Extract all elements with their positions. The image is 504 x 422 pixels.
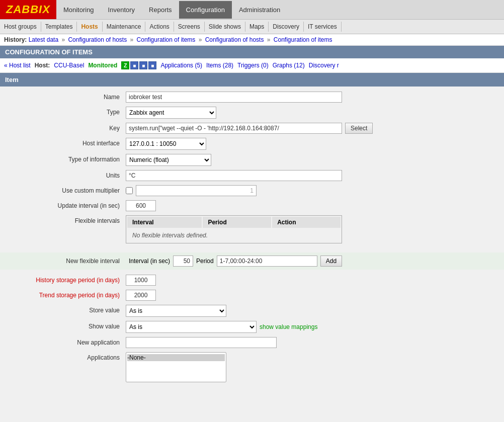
grid3-icon[interactable]: ■ [148,61,156,69]
key-label: Key [10,123,126,132]
subnav-screens[interactable]: Screens [174,22,205,32]
page-title: CONFIGURATION OF ITEMS [0,46,504,58]
monitored-status: Monitored [88,62,117,69]
trend-input[interactable] [126,290,156,301]
nav-inventory[interactable]: Inventory [101,1,142,19]
subnav-it-services[interactable]: IT services [304,22,342,32]
applications-control: -None- [126,352,494,382]
history-input[interactable] [126,275,156,286]
key-input[interactable] [126,123,342,134]
breadcrumb-label: History: [4,36,27,43]
subnav-slideshows[interactable]: Slide shows [205,22,245,32]
flexible-intervals-control: Interval Period Action No flexible inter… [126,215,494,243]
host-icons: Z ■ ■ ■ [121,61,156,69]
store-value-row: Store value As is Delta (speed per secon… [10,305,494,317]
key-row: Key Select [10,123,494,134]
sub-nav: Host groups Templates Hosts Maintenance … [0,20,504,34]
update-interval-control [126,200,494,211]
breadcrumb-sep2: » [130,36,134,43]
flex-no-data: No flexible intervals defined. [127,229,341,242]
custom-multiplier-checkbox[interactable] [126,187,133,194]
host-list-link[interactable]: « Host list [4,62,31,69]
update-interval-input[interactable] [126,200,156,211]
new-flex-interval-label: New flexible interval [10,258,126,265]
host-interface-control: 127.0.0.1 : 10050 [126,138,494,150]
new-application-label: New application [10,337,126,346]
units-label: Units [10,170,126,179]
trend-row: Trend storage period (in days) [10,290,494,301]
subnav-templates[interactable]: Templates [41,22,77,32]
name-row: Name [10,92,494,103]
store-value-label: Store value [10,305,126,314]
subnav-host-groups[interactable]: Host groups [4,22,41,32]
form-area: Name Type Zabbix agent Zabbix agent (act… [0,87,504,252]
show-value-select[interactable]: As is [126,321,257,333]
tab-graphs[interactable]: Graphs (12) [273,62,305,69]
nav-administration[interactable]: Administration [232,1,287,19]
subnav-maintenance[interactable]: Maintenance [103,22,146,32]
grid2-icon[interactable]: ■ [139,61,147,69]
host-name-link[interactable]: CCU-Basel [54,62,84,69]
name-input[interactable] [126,92,342,103]
breadcrumb-config-items-1[interactable]: Configuration of items [137,36,196,43]
period-label: Period [196,258,214,265]
logo: ZABBIX [0,0,56,19]
units-control [126,170,494,181]
update-interval-row: Update interval (in sec) [10,200,494,211]
main-nav: Monitoring Inventory Reports Configurati… [56,1,287,19]
tab-discovery[interactable]: Discovery r [309,62,339,69]
subnav-hosts[interactable]: Hosts [77,22,102,32]
type-row: Type Zabbix agent Zabbix agent (active) … [10,107,494,119]
breadcrumb-latest-data[interactable]: Latest data [29,36,58,43]
grid1-icon[interactable]: ■ [130,61,138,69]
host-bar: « Host list Host: CCU-Basel Monitored Z … [0,58,504,73]
host-interface-label: Host interface [10,138,126,147]
history-control [126,275,494,286]
nav-reports[interactable]: Reports [142,1,179,19]
flex-col-period: Period [203,217,271,228]
type-control: Zabbix agent Zabbix agent (active) Simpl… [126,107,494,119]
key-select-button[interactable]: Select [345,123,373,134]
breadcrumb-config-items-2[interactable]: Configuration of items [274,36,332,43]
type-label: Type [10,107,126,116]
host-interface-select[interactable]: 127.0.0.1 : 10050 [126,138,206,150]
tab-triggers[interactable]: Triggers (0) [237,62,269,69]
add-button[interactable]: Add [320,256,342,267]
key-control: Select [126,123,494,134]
subnav-maps[interactable]: Maps [245,22,269,32]
breadcrumb: History: Latest data » Configuration of … [0,34,504,46]
trend-label: Trend storage period (in days) [10,290,126,299]
applications-label: Applications [10,352,126,361]
nav-monitoring[interactable]: Monitoring [56,1,101,19]
interval-in-sec-input[interactable] [173,256,193,267]
units-input[interactable] [126,170,342,181]
store-value-select[interactable]: As is Delta (speed per second) Delta (si… [126,305,226,317]
breadcrumb-config-hosts-1[interactable]: Configuration of hosts [68,36,127,43]
new-application-input[interactable] [126,337,277,348]
flexible-intervals-row: Flexible intervals Interval Period Actio… [10,215,494,243]
custom-multiplier-control [126,185,494,196]
show-value-label: Show value [10,321,126,330]
type-select[interactable]: Zabbix agent Zabbix agent (active) Simpl… [126,107,216,119]
top-bar: ZABBIX Monitoring Inventory Reports Conf… [0,0,504,20]
type-of-info-row: Type of information Numeric (unsigned) N… [10,154,494,166]
custom-multiplier-input[interactable] [136,185,257,196]
store-value-control: As is Delta (speed per second) Delta (si… [126,305,494,317]
type-of-info-control: Numeric (unsigned) Numeric (float) Chara… [126,154,494,166]
breadcrumb-sep3: » [199,36,202,43]
subnav-discovery[interactable]: Discovery [269,22,304,32]
show-value-mappings-link[interactable]: show value mappings [260,323,317,330]
tab-applications[interactable]: Applications (5) [160,62,202,69]
period-input[interactable] [217,256,317,267]
type-of-info-select[interactable]: Numeric (unsigned) Numeric (float) Chara… [126,154,211,166]
subnav-actions[interactable]: Actions [145,22,174,32]
nav-configuration[interactable]: Configuration [179,1,232,19]
breadcrumb-config-hosts-2[interactable]: Configuration of hosts [205,36,264,43]
update-interval-label: Update interval (in sec) [10,200,126,209]
breadcrumb-sep4: » [267,36,271,43]
applications-row: Applications -None- [10,352,494,382]
custom-multiplier-label: Use custom multiplier [10,185,126,194]
z-icon[interactable]: Z [121,61,129,69]
tab-items[interactable]: Items (28) [206,62,233,69]
applications-select[interactable]: -None- [126,352,226,382]
